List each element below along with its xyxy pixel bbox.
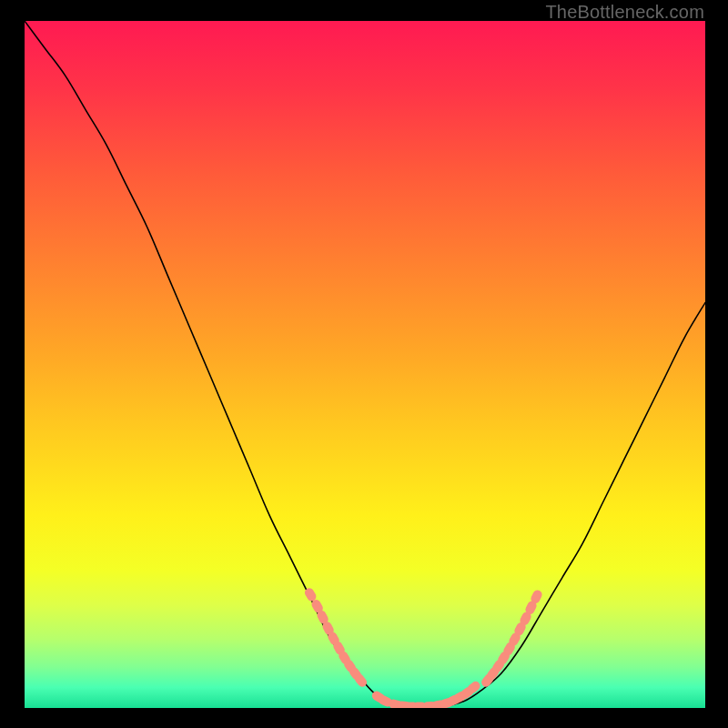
chart-frame: TheBottleneck.com — [0, 0, 728, 728]
watermark-text: TheBottleneck.com — [545, 2, 704, 23]
plot-background — [25, 21, 705, 708]
chart-plot — [25, 21, 705, 708]
